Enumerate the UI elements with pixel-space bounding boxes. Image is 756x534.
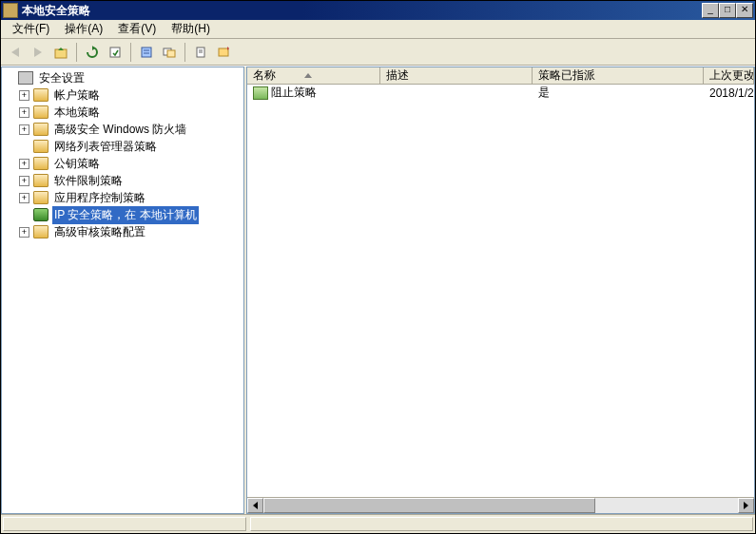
security-root-icon <box>18 71 33 85</box>
column-mtime-label: 上次更改时间 <box>709 67 754 84</box>
tree-root-label: 安全设置 <box>37 69 87 87</box>
export-icon <box>108 46 122 59</box>
tree-node-label: 公钥策略 <box>52 155 102 173</box>
tree-node[interactable]: +帐户策略 <box>17 86 243 104</box>
tree-node-label: 软件限制策略 <box>52 172 125 190</box>
toolbar <box>1 39 755 66</box>
arrow-right-icon <box>744 502 748 509</box>
scroll-right-button[interactable] <box>738 498 754 513</box>
folder-icon <box>33 140 48 153</box>
folder-icon <box>33 157 48 170</box>
refresh-icon <box>86 46 99 59</box>
properties-button[interactable] <box>136 42 157 63</box>
menu-action[interactable]: 操作(A) <box>57 19 110 39</box>
tree-node-label: IP 安全策略，在 本地计算机 <box>52 206 199 224</box>
status-cell-right <box>250 517 753 531</box>
tree-children: +帐户策略+本地策略+高级安全 Windows 防火墙网络列表管理器策略+公钥策… <box>2 86 243 240</box>
policy-assigned-icon <box>253 86 268 100</box>
up-button[interactable] <box>50 42 71 63</box>
expander-icon[interactable]: + <box>19 90 29 101</box>
cell-modified-time: 2018/1/22 11: <box>704 86 754 100</box>
svg-rect-6 <box>167 50 175 57</box>
expander-icon[interactable]: + <box>19 124 29 135</box>
folder-up-icon <box>53 45 68 60</box>
main-area: 安全设置 +帐户策略+本地策略+高级安全 Windows 防火墙网络列表管理器策… <box>1 66 755 514</box>
expander-none <box>4 73 14 84</box>
ipsec-icon <box>33 208 48 221</box>
expander-none <box>19 210 29 220</box>
tree-node[interactable]: +软件限制策略 <box>17 172 243 189</box>
tree-node[interactable]: 网络列表管理器策略 <box>17 138 243 155</box>
tree-node[interactable]: +应用程序控制策略 <box>17 189 243 206</box>
tree-node[interactable]: +高级安全 Windows 防火墙 <box>17 121 243 138</box>
expander-none <box>19 142 29 152</box>
folder-icon <box>33 225 48 238</box>
menu-help[interactable]: 帮助(H) <box>164 19 218 39</box>
maximize-button[interactable]: □ <box>719 3 736 18</box>
scroll-left-button[interactable] <box>247 498 263 513</box>
expander-icon[interactable]: + <box>19 107 29 118</box>
expander-icon[interactable]: + <box>19 176 29 186</box>
tree-root[interactable]: 安全设置 <box>2 69 243 86</box>
statusbar <box>1 514 755 533</box>
column-name[interactable]: 名称 <box>247 67 380 84</box>
folder-icon <box>33 191 48 204</box>
column-assigned[interactable]: 策略已指派 <box>533 67 704 84</box>
scroll-thumb[interactable] <box>263 498 595 513</box>
tree-node-label: 高级审核策略配置 <box>52 223 147 241</box>
expander-icon[interactable]: + <box>19 193 29 203</box>
tree-node-label: 本地策略 <box>52 104 102 122</box>
expander-icon[interactable]: + <box>19 227 29 238</box>
export-button[interactable] <box>105 42 126 63</box>
tree-node-label: 帐户策略 <box>52 86 102 105</box>
status-cell-left <box>3 517 246 531</box>
column-assigned-label: 策略已指派 <box>538 67 595 84</box>
refresh-button[interactable] <box>82 42 103 63</box>
list-row[interactable]: 阻止策略是2018/1/22 11: <box>247 85 754 101</box>
document-icon <box>194 46 207 59</box>
horizontal-scrollbar[interactable] <box>247 497 754 513</box>
new-policy-button[interactable] <box>213 42 234 63</box>
svg-rect-10 <box>219 48 228 56</box>
svg-rect-0 <box>55 49 67 58</box>
tree-node[interactable]: +本地策略 <box>17 104 243 121</box>
arrow-left-icon <box>253 502 258 509</box>
list-pane: 名称 描述 策略已指派 上次更改时间 阻止策略是2018/1/22 11: <box>246 67 755 514</box>
folder-icon <box>33 105 48 119</box>
back-button <box>5 42 26 63</box>
titlebar: 本地安全策略 _ □ ✕ <box>1 1 755 20</box>
column-desc-label: 描述 <box>386 67 409 84</box>
app-window: 本地安全策略 _ □ ✕ 文件(F) 操作(A) 查看(V) 帮助(H) <box>0 0 756 534</box>
toolbar-separator <box>76 43 77 62</box>
forward-button <box>28 42 48 63</box>
menu-view[interactable]: 查看(V) <box>110 19 164 39</box>
column-description[interactable]: 描述 <box>380 67 533 84</box>
arrow-back-icon <box>11 48 19 57</box>
tree-node-label: 网络列表管理器策略 <box>52 138 159 156</box>
menubar: 文件(F) 操作(A) 查看(V) 帮助(H) <box>1 20 755 39</box>
list-body[interactable]: 阻止策略是2018/1/22 11: <box>247 85 754 497</box>
menu-file[interactable]: 文件(F) <box>5 19 57 39</box>
folder-icon <box>33 123 48 136</box>
close-button[interactable]: ✕ <box>736 3 753 18</box>
folder-icon <box>33 88 48 102</box>
tree-node[interactable]: +公钥策略 <box>17 155 243 172</box>
svg-rect-2 <box>142 48 151 57</box>
tree-pane[interactable]: 安全设置 +帐户策略+本地策略+高级安全 Windows 防火墙网络列表管理器策… <box>1 67 244 514</box>
window-icon <box>163 46 176 59</box>
column-modified-time[interactable]: 上次更改时间 <box>704 67 754 84</box>
tree-node[interactable]: +高级审核策略配置 <box>17 223 243 240</box>
sort-ascending-icon <box>304 73 312 78</box>
expander-icon[interactable]: + <box>19 159 29 169</box>
new-window-button[interactable] <box>159 42 180 63</box>
minimize-button[interactable]: _ <box>702 3 719 18</box>
tree-node[interactable]: IP 安全策略，在 本地计算机 <box>17 206 243 223</box>
tree-node-label: 应用程序控制策略 <box>52 189 147 207</box>
arrow-forward-icon <box>34 48 42 57</box>
window-controls: _ □ ✕ <box>702 3 753 18</box>
cell-name: 阻止策略 <box>247 85 380 101</box>
cell-name-text: 阻止策略 <box>271 86 317 99</box>
scroll-track[interactable] <box>263 498 738 513</box>
properties-icon <box>140 46 153 59</box>
new-item-button[interactable] <box>190 42 211 63</box>
